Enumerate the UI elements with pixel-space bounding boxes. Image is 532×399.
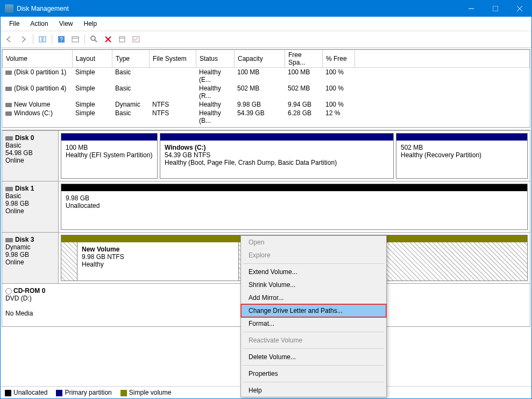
menu-action[interactable]: Action [25,18,53,30]
ctx-sep [243,382,384,382]
volume-icon [5,71,12,75]
disk-label[interactable]: Disk 3 Dynamic 9.98 GB Online [2,233,59,283]
disk-icon [5,187,13,191]
legend-primary: Primary partition [56,389,111,396]
col-status[interactable]: Status [196,50,235,68]
col-capacity[interactable]: Capacity [235,50,285,68]
ctx-explore: Explore [241,249,386,262]
close-button[interactable] [507,1,531,17]
volume-icon [5,111,12,116]
partition-stripe [160,134,393,141]
minimize-button[interactable] [459,1,483,17]
menu-help[interactable]: Help [79,18,103,30]
partition[interactable]: 100 MBHealthy (EFI System Partition) [61,133,158,179]
ctx-open: Open [241,236,386,249]
ctx-sep [243,332,384,332]
properties-button[interactable] [116,33,128,45]
svg-line-3 [517,6,522,11]
ctx-shrink-volume[interactable]: Shrink Volume... [241,278,386,291]
toolbar: ? [1,31,531,48]
ctx-help[interactable]: Help [241,384,386,397]
delete-button[interactable] [102,33,114,45]
help-button[interactable]: ? [55,33,67,45]
svg-rect-5 [43,37,46,42]
context-menu: Open Explore Extend Volume... Shrink Vol… [240,235,387,397]
disk-label[interactable]: CD-ROM 0 DVD (D:) No Media [2,284,59,326]
col-pctfree[interactable]: % Free [323,50,355,68]
col-filesystem[interactable]: File System [150,50,196,68]
titlebar: Disk Management [1,1,531,17]
ctx-extend-volume[interactable]: Extend Volume... [241,265,386,278]
forward-button[interactable] [18,33,30,45]
app-icon [5,4,13,13]
toolbar-sep [33,34,33,44]
maximize-button[interactable] [483,1,507,17]
disk-label[interactable]: Disk 0 Basic 54.98 GB Online [2,131,59,181]
partition-stripe [61,134,157,141]
svg-rect-4 [39,37,42,42]
svg-line-2 [517,6,522,11]
svg-line-11 [95,40,97,42]
col-type[interactable]: Type [112,50,150,68]
show-hide-button[interactable] [37,33,48,45]
table-row[interactable]: (Disk 0 partition 4)SimpleBasicHealthy (… [2,84,530,100]
cdrom-icon [5,288,12,295]
ctx-sep [243,365,384,366]
options-button[interactable] [130,33,142,45]
svg-rect-1 [493,6,498,11]
ctx-format[interactable]: Format... [241,317,386,330]
partition-unallocated[interactable]: 9.98 GBUnallocated [61,184,528,230]
legend-simple: Simple volume [120,389,172,396]
menubar: File Action View Help [1,17,531,31]
disk-row-1: Disk 1 Basic 9.98 GB Online 9.98 GBUnall… [2,181,530,233]
col-freespace[interactable]: Free Spa... [285,50,323,68]
svg-point-10 [91,36,95,40]
partition-stripe [396,134,527,141]
table-row[interactable]: New VolumeSimpleDynamicNTFSHealthy9.98 G… [2,100,530,109]
disk-label[interactable]: Disk 1 Basic 9.98 GB Online [2,181,59,232]
ctx-add-mirror[interactable]: Add Mirror... [241,291,386,304]
svg-text:?: ? [60,37,63,43]
ctx-sep [243,263,384,264]
window-title: Disk Management [17,5,459,12]
partition[interactable]: Windows (C:)54.39 GB NTFSHealthy (Boot, … [160,133,394,179]
ctx-properties[interactable]: Properties [241,367,386,380]
window-controls [459,1,531,17]
col-volume[interactable]: Volume [3,50,73,68]
volume-icon [5,103,12,107]
volume-list: Volume Layout Type File System Status Ca… [2,49,530,128]
ctx-reactivate-volume: Reactivate Volume [241,334,386,347]
ctx-change-drive-letter[interactable]: Change Drive Letter and Paths... [241,304,386,317]
col-spacer [355,50,530,68]
table-row[interactable]: Windows (C:)SimpleBasicNTFSHealthy (B...… [2,109,530,125]
ctx-sep [243,348,384,349]
legend-unallocated: Unallocated [5,389,47,396]
col-layout[interactable]: Layout [73,50,112,68]
svg-rect-14 [119,37,125,42]
table-row[interactable]: (Disk 0 partition 1)SimpleBasicHealthy (… [2,68,530,84]
menu-view[interactable]: View [54,18,79,30]
settings-button[interactable] [69,33,81,45]
back-button[interactable] [4,33,16,45]
disk-icon [5,136,13,141]
volume-icon [5,87,12,91]
toolbar-sep [84,34,85,44]
menu-file[interactable]: File [4,18,25,30]
svg-rect-8 [72,37,79,42]
ctx-delete-volume[interactable]: Delete Volume... [241,351,386,363]
refresh-button[interactable] [88,33,100,45]
toolbar-sep [52,34,52,44]
disk-row-0: Disk 0 Basic 54.98 GB Online 100 MBHealt… [2,130,530,181]
partition-stripe [61,184,527,191]
partition[interactable]: 502 MBHealthy (Recovery Partition) [396,133,528,179]
column-header-row: Volume Layout Type File System Status Ca… [3,50,530,68]
disk-icon [5,238,13,242]
